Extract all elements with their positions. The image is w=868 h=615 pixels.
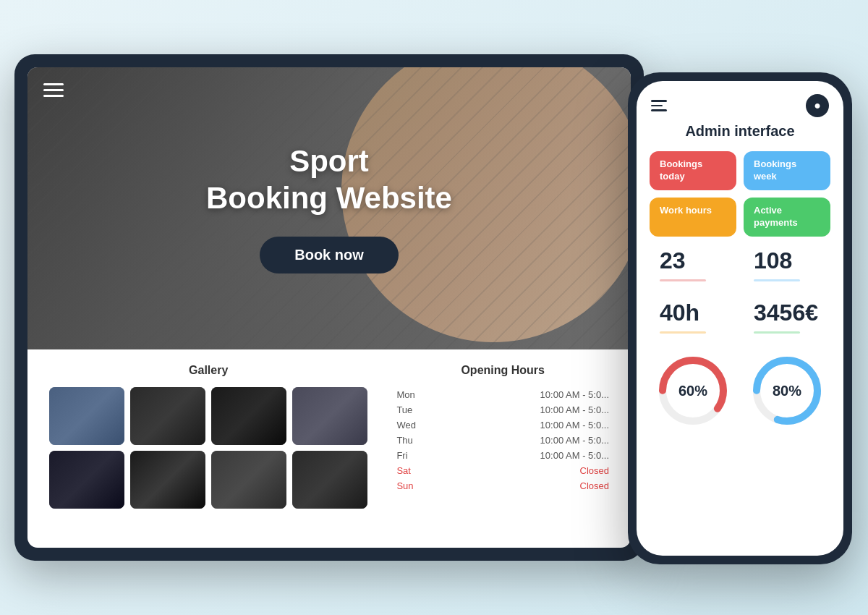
gallery-item[interactable] [49,387,124,445]
book-now-button[interactable]: Book now [260,237,399,273]
stat-card-yellow[interactable]: Work hours [650,198,736,237]
stat-card-green[interactable]: Active payments [744,198,830,237]
hamburger-icon[interactable] [43,83,64,97]
stat-card-blue[interactable]: Bookings week [744,151,830,190]
phone-screen: ● Admin interface Bookings todayBookings… [637,81,843,556]
hero-text: Sport Booking Website [206,143,452,216]
svg-text:80%: 80% [773,383,801,399]
stats-labels-grid: Bookings todayBookings weekWork hoursAct… [650,151,830,237]
hours-row: Wed10:00 AM - 5:0... [396,417,609,433]
gallery-grid [49,387,367,509]
hours-row: Mon10:00 AM - 5:0... [396,387,609,402]
phone-content: Admin interface Bookings todayBookings w… [637,123,843,556]
stat-card-red[interactable]: Bookings today [650,151,736,190]
phone-notch-area: ● [637,81,843,123]
stat-value-cell: 3456€ [744,296,830,341]
donut-svg: 80% [747,351,827,430]
gallery-item[interactable] [130,451,205,509]
donut-chart: 60% [650,351,736,430]
phone-hamburger-icon[interactable] [651,100,667,111]
hours-list: Mon10:00 AM - 5:0...Tue10:00 AM - 5:0...… [396,387,609,493]
gallery-item[interactable] [211,451,286,509]
opening-hours-title: Opening Hours [396,364,609,377]
admin-interface-title: Admin interface [650,123,830,140]
gallery-item[interactable] [130,387,205,445]
hero-title: Sport Booking Website [206,143,452,216]
phone-device: ● Admin interface Bookings todayBookings… [628,72,852,564]
stat-value-cell: 108 [744,244,830,289]
tablet-bottom: Gallery Opening Hours Mon10:00 AM - 5:0.… [27,349,631,548]
phone-user-icon[interactable]: ● [806,94,829,117]
gallery-item[interactable] [49,451,124,509]
gallery-section: Gallery [49,364,367,533]
gallery-item[interactable] [211,387,286,445]
hours-row: Fri10:00 AM - 5:0... [396,448,609,463]
hours-row: Thu10:00 AM - 5:0... [396,433,609,448]
tablet-device: Sport Booking Website Book now Gallery [14,54,644,561]
donut-svg: 60% [653,351,733,430]
stat-value-cell: 23 [650,244,736,289]
gallery-item[interactable] [292,451,367,509]
hours-row: SunClosed [396,478,609,493]
donut-charts-row: 60% 80% [650,351,830,430]
stat-value-cell: 40h [650,296,736,341]
opening-hours-section: Opening Hours Mon10:00 AM - 5:0...Tue10:… [396,364,609,533]
hours-row: Tue10:00 AM - 5:0... [396,402,609,417]
gallery-item[interactable] [292,387,367,445]
hours-row: SatClosed [396,463,609,478]
gallery-title: Gallery [49,364,367,377]
tablet-hero: Sport Booking Website Book now [27,67,631,349]
tablet-screen: Sport Booking Website Book now Gallery [27,67,631,548]
donut-chart: 80% [744,351,830,430]
stats-values-grid: 2310840h3456€ [650,244,830,341]
svg-text:60%: 60% [678,383,707,399]
